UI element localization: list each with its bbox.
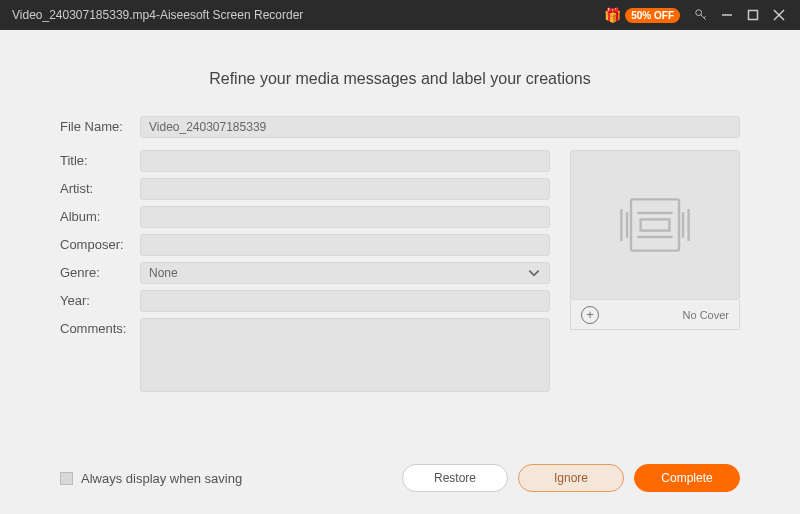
no-cover-label: No Cover [683, 309, 729, 321]
label-artist: Artist: [60, 178, 140, 196]
row-filename: File Name: [60, 116, 740, 138]
label-year: Year: [60, 290, 140, 308]
restore-button[interactable]: Restore [402, 464, 508, 492]
promo-offer[interactable]: 🎁 50% OFF [604, 7, 680, 23]
always-display-checkbox[interactable] [60, 472, 73, 485]
complete-button[interactable]: Complete [634, 464, 740, 492]
svg-rect-7 [641, 219, 670, 230]
cover-column: + No Cover [570, 150, 740, 402]
input-filename[interactable] [140, 116, 740, 138]
svg-rect-5 [631, 199, 679, 250]
maximize-button[interactable] [740, 0, 766, 30]
input-year[interactable] [140, 290, 550, 312]
ignore-button[interactable]: Ignore [518, 464, 624, 492]
input-composer[interactable] [140, 234, 550, 256]
titlebar-filename: Video_240307185339.mp4 [12, 8, 156, 22]
cover-art-box[interactable] [570, 150, 740, 300]
cover-placeholder-icon [615, 193, 695, 257]
input-comments[interactable] [140, 318, 550, 392]
input-artist[interactable] [140, 178, 550, 200]
chevron-down-icon [527, 266, 541, 280]
titlebar: Video_240307185339.mp4 - Aiseesoft Scree… [0, 0, 800, 30]
always-display-option[interactable]: Always display when saving [60, 471, 242, 486]
gift-icon: 🎁 [604, 7, 621, 23]
add-cover-button[interactable]: + [581, 306, 599, 324]
footer-bar: Always display when saving Restore Ignor… [0, 448, 800, 514]
content-area: Refine your media messages and label you… [0, 30, 800, 448]
label-filename: File Name: [60, 116, 140, 134]
minimize-button[interactable] [714, 0, 740, 30]
label-title: Title: [60, 150, 140, 168]
titlebar-appname: Aiseesoft Screen Recorder [160, 8, 303, 22]
promo-badge: 50% OFF [625, 8, 680, 23]
always-display-label: Always display when saving [81, 471, 242, 486]
label-composer: Composer: [60, 234, 140, 252]
page-heading: Refine your media messages and label you… [60, 70, 740, 88]
label-album: Album: [60, 206, 140, 224]
cover-footer: + No Cover [570, 300, 740, 330]
input-title[interactable] [140, 150, 550, 172]
select-genre-value: None [149, 266, 178, 280]
close-button[interactable] [766, 0, 792, 30]
svg-rect-2 [749, 11, 758, 20]
label-genre: Genre: [60, 262, 140, 280]
register-key-icon[interactable] [688, 0, 714, 30]
app-window: Video_240307185339.mp4 - Aiseesoft Scree… [0, 0, 800, 514]
select-genre[interactable]: None [140, 262, 550, 284]
input-album[interactable] [140, 206, 550, 228]
label-comments: Comments: [60, 318, 140, 336]
